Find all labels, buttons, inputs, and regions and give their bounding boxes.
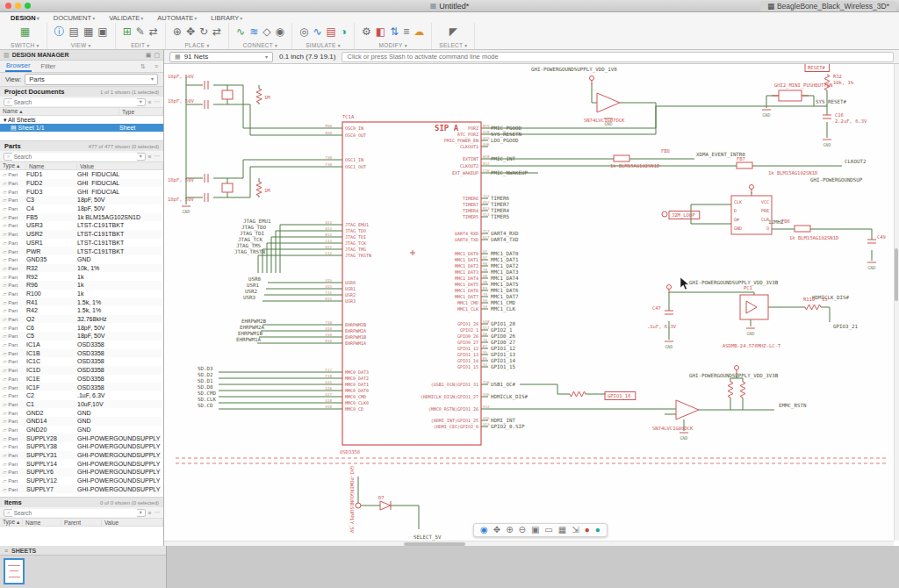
select-cursor-icon[interactable]: ◤	[450, 26, 457, 37]
ferrite-bead-symbol[interactable]	[614, 155, 629, 161]
junction-circle[interactable]	[662, 212, 667, 217]
net-label[interactable]: SELECT_5V	[414, 534, 442, 541]
zoom-in-icon[interactable]: ⊕	[506, 526, 513, 534]
net-label[interactable]: USB1_OC#	[491, 382, 515, 388]
vertical-scrollbar[interactable]	[894, 64, 899, 541]
column-header-type[interactable]: Type ▴	[0, 519, 23, 526]
part-label[interactable]: 2.2uF, 6.3V	[835, 118, 867, 124]
horizontal-scroll-thumb[interactable]	[404, 542, 465, 546]
column-header-name[interactable]: Name ▴	[0, 108, 119, 115]
pan-icon[interactable]: ✥	[493, 526, 500, 534]
net-label[interactable]: GPIO0_27	[491, 340, 515, 346]
resistor-symbol[interactable]	[256, 89, 262, 103]
net-flag-label[interactable]: RESET#	[808, 65, 826, 70]
grid-icon[interactable]: ▦	[558, 526, 566, 534]
resistor-symbol[interactable]	[256, 182, 262, 196]
part-label[interactable]: 1k BLM15AG102SN1D	[610, 163, 659, 169]
part-label[interactable]: FB8	[661, 148, 670, 154]
items-searchbox[interactable]: ⌕ ▾	[4, 509, 146, 517]
net-label[interactable]: GPIO1_15	[491, 364, 515, 370]
part-label[interactable]: 18pF, 50V	[168, 177, 194, 183]
panel-menu-icon[interactable]: ≡	[155, 63, 158, 69]
ribbon-group-label-switch[interactable]: SWITCH ▾	[11, 42, 40, 48]
project-documents-search-input[interactable]	[12, 98, 138, 106]
document-tab[interactable]: ▦ Untitled*	[430, 2, 470, 11]
net-label[interactable]: SYS_RESETN	[491, 132, 521, 138]
net-label[interactable]: PMIC_NWAKEUP	[491, 170, 528, 176]
ferrite-bead-symbol[interactable]	[737, 162, 752, 169]
net-label[interactable]: EHRPWM2A	[240, 325, 264, 330]
parts-row-r41[interactable]: ▱ PartR411.5k, 1%	[0, 298, 163, 306]
parts-row-r92[interactable]: ▱ PartR921k	[0, 272, 163, 281]
net-label[interactable]: TIMER5	[491, 214, 509, 219]
net-label[interactable]: USR3	[243, 295, 255, 300]
ribbon-group-label-select[interactable]: SELECT ▾	[439, 42, 467, 48]
ribbon-tab-library[interactable]: LIBRARY▾	[211, 14, 242, 22]
parts-row-q2[interactable]: ▱ PartQ232.768kHz	[0, 315, 163, 324]
wrench-icon[interactable]: ⚙	[362, 26, 371, 37]
part-label[interactable]: R110	[803, 297, 815, 302]
vertical-scroll-thumb[interactable]	[895, 248, 898, 301]
part-label[interactable]: 10k, 1%	[833, 80, 854, 85]
ribbon-group-label-edit[interactable]: EDIT ▾	[131, 42, 149, 48]
parts-row-r100[interactable]: ▱ PartR1001k	[0, 290, 163, 298]
net-label[interactable]: TIMER6	[491, 196, 509, 201]
net-label[interactable]: JTAG_EMU1	[243, 219, 271, 225]
net-label[interactable]: MMC1_DAT7	[491, 294, 519, 300]
net-label[interactable]: GPIO3_21	[833, 324, 858, 330]
parts-row-c4[interactable]: ▱ PartC418pF, 50V	[0, 204, 163, 213]
parts-row-supply7[interactable]: ▱ PartSUPPLY7GHI-POWERGOUNDSUPPLY_V	[0, 484, 163, 493]
net-label[interactable]: HDMI_INT	[491, 418, 515, 424]
parts-row-fud3[interactable]: ▱ PartFUD3GHI_FIDUCIAL	[0, 187, 163, 196]
bus-icon[interactable]: ≋	[249, 26, 258, 37]
parts-row-usr3[interactable]: ▱ PartUSR3LTST-C191TBKT	[0, 221, 163, 230]
part-label[interactable]: D7	[378, 495, 385, 500]
net-flag-label[interactable]: GPIO1_16	[608, 393, 631, 399]
ribbon-group-label-connect[interactable]: CONNECT ▾	[243, 42, 277, 48]
parts-row-usr2[interactable]: ▱ PartUSR2LTST-C191TBKT	[0, 230, 163, 239]
schematic-drawing[interactable]: TC1ASIP AOSD3358OSC0_INM30OSC0_OUTN30OSC…	[164, 64, 899, 546]
part-label[interactable]: FB7	[737, 156, 745, 161]
net-label[interactable]: EHRPWM1B	[238, 331, 263, 336]
net-label[interactable]: LDO_PGOOD	[491, 138, 519, 144]
parts-searchbox[interactable]: ⌕ ▾	[4, 153, 146, 161]
junction-circle[interactable]	[356, 503, 361, 508]
switch-schematic-icon[interactable]: ▦	[20, 26, 30, 37]
filter-icon[interactable]: ≡	[148, 154, 152, 160]
part-label[interactable]: 33	[822, 297, 828, 302]
probe-icon[interactable]: ◎	[299, 26, 308, 37]
panel-close-icon[interactable]: ▢	[154, 52, 160, 59]
tree-row-sheet-1-1[interactable]: ▤ Sheet 1/1Sheet	[0, 124, 163, 132]
display-icon[interactable]: ▣	[97, 26, 107, 37]
net-label[interactable]: HDMICLK_DIS#	[491, 394, 528, 400]
parts-search-input[interactable]	[12, 153, 138, 161]
net-label[interactable]: JTAG_TCK	[238, 237, 263, 243]
net-label[interactable]: EMMC_RSTN	[779, 403, 807, 409]
items-search-input[interactable]	[12, 509, 138, 517]
minimize-window-button[interactable]	[15, 3, 21, 9]
net-label[interactable]: MMC1_DAT6	[491, 288, 519, 294]
oscillator-symbol[interactable]	[740, 295, 768, 319]
more-icon[interactable]: ⋯	[155, 509, 161, 516]
part-label[interactable]: 1M	[264, 95, 270, 100]
column-header-name[interactable]: Name	[26, 163, 77, 169]
net-label[interactable]: GPIO2_0.SIP	[491, 424, 525, 430]
net-label[interactable]: USR2	[245, 289, 257, 294]
parts-row-fb5[interactable]: ▱ PartFB51k BLM15AG102SN1D	[0, 212, 163, 221]
parts-row-ic1a[interactable]: ▱ PartIC1AOSD3358	[0, 341, 163, 349]
more-icon[interactable]: ⋯	[155, 153, 161, 160]
resistor-symbol[interactable]	[805, 305, 821, 310]
part-label[interactable]: PC1	[744, 285, 752, 290]
orbit-icon[interactable]: ◉	[480, 526, 488, 534]
command-line-input[interactable]	[342, 52, 894, 62]
zoom-out-icon[interactable]: ⊖	[519, 526, 526, 534]
grid-icon[interactable]: ▦	[83, 26, 93, 37]
record-icon[interactable]: ●	[585, 526, 590, 534]
junction-icon[interactable]: ◉	[275, 26, 284, 37]
zoom-window-icon[interactable]: ▭	[544, 526, 552, 534]
ribbon-group-label-modify[interactable]: MODIFY ▾	[379, 42, 407, 48]
parts-row-r32[interactable]: ▱ PartR3210k, 1%	[0, 264, 163, 273]
chevron-down-icon[interactable]: ▾	[139, 153, 141, 160]
part-label[interactable]: 1k BLM15AG102SN1D	[789, 235, 838, 240]
project-documents-header[interactable]: Project Documents 1 of 1 shown (1 select…	[0, 86, 163, 97]
